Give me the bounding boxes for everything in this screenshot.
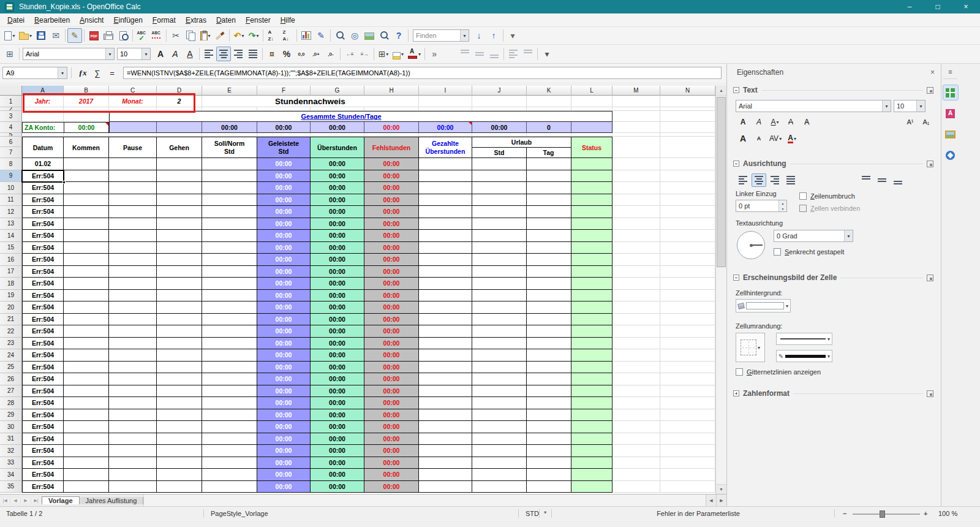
undo-dropdown-icon[interactable]: ▾ bbox=[241, 33, 244, 39]
cut-button[interactable]: ✂ bbox=[168, 28, 183, 43]
alignment-dialog-launcher-icon[interactable] bbox=[927, 161, 933, 167]
cell-C24[interactable] bbox=[109, 349, 157, 362]
cell-I1[interactable] bbox=[419, 96, 472, 107]
function-button[interactable]: = bbox=[105, 66, 119, 80]
function-wizard-button[interactable]: ƒx bbox=[75, 66, 90, 80]
row-header-24[interactable]: 24 bbox=[0, 349, 22, 362]
header-status[interactable]: Status bbox=[571, 137, 612, 158]
cell-E12[interactable] bbox=[202, 206, 257, 218]
cell-N32[interactable] bbox=[660, 445, 715, 457]
scroll-down-icon[interactable]: ▼ bbox=[716, 484, 726, 494]
cell-E17[interactable] bbox=[202, 266, 257, 278]
align-left-button[interactable] bbox=[202, 47, 216, 61]
row-header-11[interactable]: 11 bbox=[0, 194, 22, 207]
align-top-button[interactable] bbox=[859, 173, 873, 187]
cell-D12[interactable] bbox=[157, 206, 202, 218]
cell-G27[interactable]: 00:00 bbox=[311, 385, 364, 398]
number-format-dialog-launcher-icon[interactable] bbox=[927, 390, 933, 397]
spin-down-icon[interactable]: ▼ bbox=[779, 206, 786, 211]
cell-A23[interactable]: Err:504 bbox=[22, 338, 64, 350]
cell-J34[interactable] bbox=[472, 469, 527, 481]
cell-I29[interactable] bbox=[419, 409, 472, 422]
cell-M17[interactable] bbox=[612, 266, 660, 278]
cell-M29[interactable] bbox=[612, 409, 660, 422]
row-header-31[interactable]: 31 bbox=[0, 433, 22, 445]
find-previous-button[interactable]: ↑ bbox=[486, 28, 501, 43]
paste-dropdown-icon[interactable]: ▾ bbox=[208, 33, 211, 39]
cell-D14[interactable] bbox=[157, 230, 202, 242]
cell-K26[interactable] bbox=[527, 373, 571, 385]
cell-E35[interactable] bbox=[202, 481, 257, 493]
formula-input[interactable]: =WENN(ISTNV($A$8+ZEILE(TAGEIMMONAT(A8)-1… bbox=[123, 67, 722, 79]
cell-F13[interactable]: 00:00 bbox=[257, 218, 311, 230]
cell-I11[interactable] bbox=[419, 194, 472, 207]
auto-spellcheck-button[interactable] bbox=[149, 28, 164, 43]
cell-N20[interactable] bbox=[660, 301, 715, 314]
column-header-A[interactable]: A bbox=[22, 86, 64, 96]
left-indent-input[interactable]: 0 pt ▲ ▼ bbox=[736, 200, 787, 212]
cell-M23[interactable] bbox=[612, 338, 660, 350]
cell-L16[interactable] bbox=[571, 254, 612, 266]
cell-K22[interactable] bbox=[527, 325, 571, 338]
underline-button[interactable]: A▾ bbox=[767, 115, 782, 129]
row-header-33[interactable]: 33 bbox=[0, 457, 22, 469]
cell-I17[interactable] bbox=[419, 266, 472, 278]
cell-G11[interactable]: 00:00 bbox=[311, 194, 364, 207]
close-button[interactable]: × bbox=[952, 0, 980, 13]
column-header-C[interactable]: C bbox=[109, 86, 157, 96]
selection-fill-handle[interactable] bbox=[62, 181, 66, 184]
row-header-7[interactable]: 7 bbox=[0, 147, 22, 158]
cell-M24[interactable] bbox=[612, 349, 660, 362]
cell-B33[interactable] bbox=[64, 457, 109, 469]
cell-C21[interactable] bbox=[109, 314, 157, 326]
cell-C35[interactable] bbox=[109, 481, 157, 493]
bold-button[interactable]: A bbox=[153, 47, 168, 61]
cell-B10[interactable] bbox=[64, 182, 109, 194]
cell-B27[interactable] bbox=[64, 385, 109, 398]
next-sheet-button[interactable]: ▶ bbox=[21, 498, 31, 503]
cell-F35[interactable]: 00:00 bbox=[257, 481, 311, 493]
cell-K20[interactable] bbox=[527, 301, 571, 314]
cell-L30[interactable] bbox=[571, 421, 612, 433]
cell-A17[interactable]: Err:504 bbox=[22, 266, 64, 278]
cell-N4[interactable] bbox=[660, 122, 715, 133]
first-sheet-button[interactable]: |◀ bbox=[0, 498, 10, 503]
cell-J12[interactable] bbox=[472, 206, 527, 218]
cell-N22[interactable] bbox=[660, 325, 715, 338]
send-email-button[interactable]: ✉ bbox=[48, 28, 63, 43]
increase-font-size-button[interactable]: A bbox=[736, 132, 750, 145]
header-datum[interactable]: Datum bbox=[22, 137, 64, 158]
cell-F30[interactable]: 00:00 bbox=[257, 421, 311, 433]
cell-N21[interactable] bbox=[660, 314, 715, 326]
cell-B19[interactable] bbox=[64, 290, 109, 302]
copy-button[interactable] bbox=[183, 28, 198, 43]
column-header-J[interactable]: J bbox=[472, 86, 527, 96]
cell-I16[interactable] bbox=[419, 254, 472, 266]
row-header-23[interactable]: 23 bbox=[0, 338, 22, 350]
menu-datei[interactable]: Datei bbox=[2, 14, 29, 26]
cell-A16[interactable]: Err:504 bbox=[22, 254, 64, 266]
align-center-button[interactable] bbox=[216, 47, 231, 61]
row-header-12[interactable]: 12 bbox=[0, 206, 22, 218]
new-document-dropdown-icon[interactable]: ▾ bbox=[12, 33, 15, 39]
cell-J9[interactable] bbox=[472, 170, 527, 183]
cell-H20[interactable]: 00:00 bbox=[364, 301, 419, 314]
cell-E34[interactable] bbox=[202, 469, 257, 481]
cell-G31[interactable]: 00:00 bbox=[311, 433, 364, 445]
header-fehlstunden[interactable]: Fehlstunden bbox=[364, 137, 419, 158]
cell-A14[interactable]: Err:504 bbox=[22, 230, 64, 242]
row-header-6[interactable]: 6 bbox=[0, 137, 22, 147]
cell-L14[interactable] bbox=[571, 230, 612, 242]
cell-H25[interactable]: 00:00 bbox=[364, 362, 419, 374]
cell-C16[interactable] bbox=[109, 254, 157, 266]
cell-D28[interactable] bbox=[157, 397, 202, 409]
menu-extras[interactable]: Extras bbox=[181, 14, 211, 26]
cell-L28[interactable] bbox=[571, 397, 612, 409]
cell-E8[interactable] bbox=[202, 158, 257, 170]
cell-L34[interactable] bbox=[571, 469, 612, 481]
row-header-17[interactable]: 17 bbox=[0, 266, 22, 278]
cell-G19[interactable]: 00:00 bbox=[311, 290, 364, 302]
cell-N26[interactable] bbox=[660, 373, 715, 385]
sidebar-font-name-dropdown-icon[interactable]: ▾ bbox=[882, 100, 891, 112]
cell-M33[interactable] bbox=[612, 457, 660, 469]
